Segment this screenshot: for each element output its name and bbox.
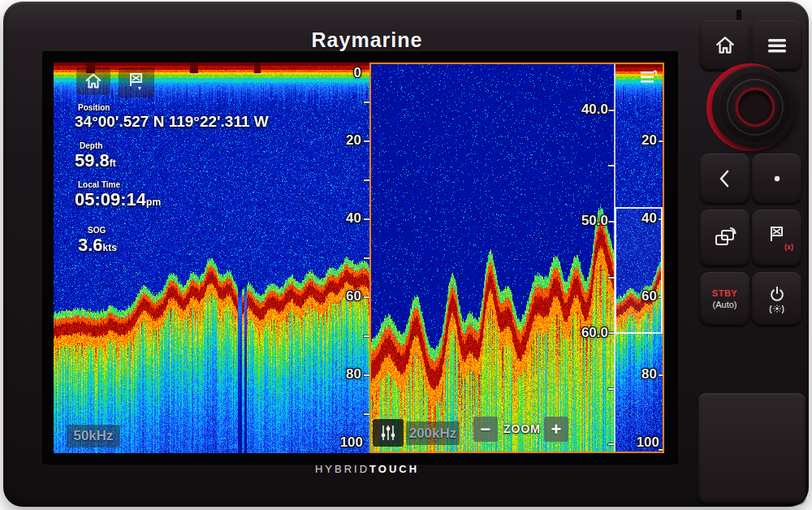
sonar-settings-button[interactable] bbox=[373, 419, 404, 447]
dial-ok-button[interactable] bbox=[736, 88, 775, 127]
frequency-badge-50khz: 50kHz bbox=[67, 425, 120, 447]
strip-depth-label: 80 bbox=[641, 366, 657, 382]
depth-scale-label: 20 bbox=[346, 132, 361, 149]
depth-scale-label: 40 bbox=[346, 210, 361, 227]
standby-hard-key[interactable]: STBY (Auto) bbox=[700, 272, 749, 326]
waypoint-hard-key[interactable]: (x) bbox=[752, 210, 801, 266]
home-hard-key[interactable] bbox=[700, 20, 749, 71]
sog-label: SOG bbox=[88, 226, 106, 235]
menu-hard-key[interactable] bbox=[752, 20, 801, 71]
sonar-200khz-panel: 40.0 50.0 60.0 20 40 60 80 100 200kHz − … bbox=[369, 63, 664, 453]
device-body: Raymarine Position 34°00'.527 N bbox=[3, 2, 809, 507]
time-suffix: pm bbox=[146, 197, 161, 208]
dot-hard-key[interactable] bbox=[752, 153, 801, 204]
depth-label: Depth bbox=[80, 141, 102, 150]
card-reader-door bbox=[698, 393, 806, 504]
brand-logo: Raymarine bbox=[123, 28, 611, 52]
sliders-icon bbox=[378, 423, 398, 443]
rotary-dial[interactable] bbox=[714, 66, 797, 149]
screenshot-stage: Raymarine Position 34°00'.527 N bbox=[0, 0, 812, 510]
dot-icon bbox=[772, 174, 782, 184]
depth-unit: ft bbox=[110, 158, 116, 169]
home-icon bbox=[713, 33, 737, 58]
panel-menu-button[interactable] bbox=[639, 68, 659, 89]
depth-scale-label: 80 bbox=[346, 366, 361, 382]
strip-depth-label: 20 bbox=[641, 132, 657, 149]
depth-scale-label: 0 bbox=[354, 65, 361, 81]
strip-depth-label: 100 bbox=[637, 434, 659, 451]
position-label: Position bbox=[78, 103, 110, 112]
waypoint-button[interactable] bbox=[119, 67, 154, 97]
zoom-label: ZOOM bbox=[503, 422, 541, 435]
sog-value: 3.6kts bbox=[78, 235, 117, 256]
position-value: 34°00'.527 N 119°22'.311 W bbox=[75, 113, 269, 131]
zoom-out-button[interactable]: − bbox=[473, 417, 498, 442]
zoom-depth-label: 50.0 bbox=[581, 213, 608, 229]
zoom-depth-label: 40.0 bbox=[581, 102, 608, 118]
brightness-icon bbox=[773, 305, 781, 313]
power-icon bbox=[768, 285, 786, 303]
depth-scale-label: 100 bbox=[340, 434, 363, 451]
zoom-in-button[interactable]: + bbox=[544, 417, 568, 442]
waypoint-flag-icon bbox=[766, 225, 788, 244]
strip-depth-label: 40 bbox=[641, 210, 657, 227]
model-prefix: HYBRID bbox=[315, 463, 369, 475]
home-icon bbox=[83, 71, 104, 92]
local-time-label: Local Time bbox=[78, 180, 120, 189]
strip-depth-label: 60 bbox=[641, 288, 657, 305]
waypoint-flag-icon bbox=[125, 71, 148, 95]
brightness-sub-label: () bbox=[769, 305, 784, 313]
zoom-depth-label: 60.0 bbox=[581, 325, 608, 341]
back-chevron-icon bbox=[715, 167, 736, 190]
mob-sub-label: (x) bbox=[784, 243, 793, 251]
sonar-50khz-panel: Position 34°00'.527 N 119°22'.311 W Dept… bbox=[54, 63, 369, 453]
depth-scale-label: 60 bbox=[346, 288, 361, 305]
menu-icon bbox=[639, 68, 659, 86]
home-button[interactable] bbox=[76, 67, 110, 95]
auto-label: (Auto) bbox=[713, 300, 737, 309]
depth-value: 59.8ft bbox=[75, 150, 116, 171]
power-hard-key[interactable]: () bbox=[752, 272, 801, 326]
local-time-value: 05:09:14pm bbox=[75, 189, 161, 210]
frequency-badge-200khz: 200kHz bbox=[406, 421, 460, 445]
switch-app-hard-key[interactable] bbox=[700, 210, 749, 266]
sog-unit: kts bbox=[103, 242, 117, 253]
menu-icon bbox=[765, 35, 789, 56]
sonar-200khz-zoom-view[interactable] bbox=[371, 64, 615, 452]
model-label: HYBRIDTOUCH bbox=[237, 463, 497, 475]
back-hard-key[interactable] bbox=[700, 153, 749, 204]
window-switch-icon bbox=[712, 226, 738, 250]
model-suffix: TOUCH bbox=[369, 463, 419, 475]
stby-label: STBY bbox=[712, 288, 737, 298]
